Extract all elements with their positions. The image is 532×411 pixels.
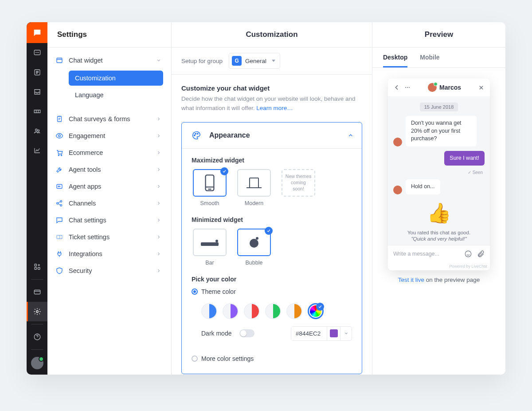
svg-point-3: [38, 52, 39, 53]
message-input[interactable]: Write a message...: [393, 251, 460, 257]
radio-theme-color[interactable]: Theme color: [192, 288, 352, 295]
swatch-red[interactable]: [244, 303, 260, 319]
nav-item-ecommerce[interactable]: Ecommerce: [47, 144, 171, 161]
nav-item-label: Channels: [69, 200, 96, 207]
nav-item-label: Chat surveys & forms: [69, 115, 130, 123]
svg-rect-30: [201, 242, 219, 246]
dark-mode-toggle[interactable]: [239, 329, 254, 337]
rail-settings-icon[interactable]: [27, 302, 47, 321]
chevron-right-icon: [156, 217, 161, 223]
nav-sub-language[interactable]: Language: [69, 87, 163, 103]
min-widget-label: Minimized widget: [192, 216, 352, 223]
theme-option-smooth[interactable]: Smooth: [192, 169, 228, 206]
min-option-bar[interactable]: Bar: [192, 229, 228, 266]
min-option-bubble[interactable]: Bubble: [236, 229, 272, 266]
chevron-right-icon: [156, 268, 161, 273]
rail-help-icon[interactable]: [27, 327, 47, 347]
svg-point-11: [36, 311, 38, 313]
rail-chats-icon[interactable]: [27, 43, 47, 63]
learn-more-link[interactable]: Learn more…: [256, 105, 293, 111]
test-live-link[interactable]: Test it live: [398, 277, 424, 283]
more-icon[interactable]: [404, 84, 411, 91]
chevron-right-icon: [156, 184, 161, 189]
tab-desktop[interactable]: Desktop: [383, 47, 407, 67]
group-select[interactable]: G General: [229, 53, 280, 69]
rail-inbox-icon[interactable]: [27, 82, 47, 102]
appearance-title: Appearance: [209, 131, 341, 139]
tab-mobile[interactable]: Mobile: [420, 47, 439, 67]
svg-point-34: [405, 87, 406, 88]
preview-footer: Test it live on the preview page: [398, 277, 480, 283]
nav-item-agent-tools[interactable]: Agent tools: [47, 161, 171, 178]
powered-by: Powered by LiveChat: [388, 262, 490, 270]
attach-icon[interactable]: [477, 250, 485, 258]
svg-rect-10: [34, 290, 40, 294]
nav-item-integrations[interactable]: Integrations: [47, 245, 171, 262]
chevron-up-icon: [348, 132, 354, 138]
settings-title: Settings: [47, 22, 171, 47]
rail-list-icon[interactable]: [27, 63, 47, 82]
color-swatches: [192, 299, 352, 322]
theme-option-modern[interactable]: Modern: [236, 169, 272, 206]
nav-item-ticket-settings[interactable]: Ticket settings: [47, 229, 171, 245]
nav-item-chat-settings[interactable]: Chat settings: [47, 212, 171, 229]
swatch-custom[interactable]: [308, 303, 324, 319]
app-window: Settings Chat widget Customization Langu…: [27, 22, 505, 375]
nav-group-label: Chat widget: [69, 57, 103, 64]
back-icon[interactable]: [393, 84, 400, 91]
svg-rect-14: [58, 116, 62, 122]
rail-people-icon[interactable]: [27, 121, 47, 141]
rail-analytics-icon[interactable]: [27, 141, 47, 160]
nav-item-label: Ecommerce: [69, 149, 103, 156]
nav-sub-customization[interactable]: Customization: [69, 71, 163, 86]
cart-icon: [55, 149, 63, 157]
nav-group-chat-widget[interactable]: Chat widget: [47, 52, 171, 69]
swatch-purple[interactable]: [223, 303, 239, 319]
option-label: Modern: [245, 200, 263, 206]
swatch-blue[interactable]: [201, 303, 217, 319]
nav-item-label: Engagement: [69, 132, 105, 139]
appearance-card-header[interactable]: Appearance: [182, 123, 362, 149]
rail-billing-icon[interactable]: [27, 282, 47, 302]
main-area: Customization Setup for group G General …: [172, 22, 505, 375]
svg-rect-7: [35, 264, 37, 266]
group-value: General: [245, 58, 266, 64]
nav-item-agent-apps[interactable]: Agent apps: [47, 178, 171, 195]
nav-item-label: Ticket settings: [69, 233, 110, 241]
rating-text: You rated this chat as good. "Quick and …: [393, 229, 485, 242]
date-chip: 15 June 2018: [420, 103, 458, 111]
svg-rect-29: [250, 178, 258, 188]
swatch-green[interactable]: [265, 303, 281, 319]
svg-rect-27: [206, 175, 214, 190]
svg-point-6: [38, 130, 39, 131]
rail-tickets-icon[interactable]: [27, 102, 47, 121]
apps-icon: [55, 182, 63, 190]
emoji-icon[interactable]: [464, 250, 472, 258]
chevron-right-icon: [156, 116, 161, 122]
max-widget-label: Maximized widget: [192, 157, 352, 164]
nav-item-channels[interactable]: Channels: [47, 195, 171, 212]
nav-item-surveys[interactable]: Chat surveys & forms: [47, 111, 171, 127]
nav-item-label: Security: [69, 267, 92, 274]
eye-icon: [55, 132, 63, 140]
svg-rect-28: [208, 189, 211, 190]
rail-add-icon[interactable]: [27, 257, 47, 277]
swatch-orange[interactable]: [286, 303, 302, 319]
check-icon: [316, 303, 324, 311]
left-rail: [27, 22, 47, 375]
color-dropdown[interactable]: [340, 327, 352, 340]
page-title: Customization: [172, 22, 372, 47]
nav-item-engagement[interactable]: Engagement: [47, 127, 171, 144]
radio-more-settings[interactable]: More color settings: [192, 355, 352, 362]
radio-on-icon: [192, 288, 198, 295]
close-icon[interactable]: [478, 84, 485, 91]
window-icon: [55, 56, 63, 64]
hex-input[interactable]: [291, 327, 327, 340]
app-logo[interactable]: [27, 22, 47, 43]
group-badge: G: [232, 56, 242, 66]
rail-avatar[interactable]: [31, 357, 43, 369]
group-bar: Setup for group G General: [172, 47, 372, 75]
preview-title: Preview: [372, 22, 505, 47]
pick-color-label: Pick your color: [192, 276, 352, 283]
nav-item-security[interactable]: Security: [47, 262, 171, 279]
